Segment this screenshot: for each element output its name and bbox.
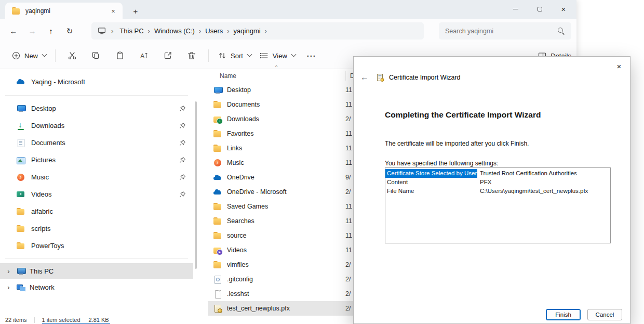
- chevron-right-icon[interactable]: ›: [263, 27, 269, 35]
- sidebar-item-aifabric[interactable]: aifabric: [2, 203, 191, 220]
- paste-icon: [115, 51, 125, 60]
- settings-row[interactable]: File Name C:\Users\yaqingmi\test_cert_ne…: [385, 187, 610, 196]
- plus-circle-icon: [11, 51, 21, 60]
- sidebar-item-documents[interactable]: Documents: [2, 134, 191, 151]
- settings-list[interactable]: Certificate Store Selected by User Trust…: [385, 167, 611, 243]
- cancel-button[interactable]: Cancel: [587, 309, 622, 320]
- pin-icon: [179, 139, 186, 146]
- breadcrumb-path: This PC›Windows (C:)›Users›yaqingmi›: [118, 25, 269, 36]
- delete-button[interactable]: [180, 46, 204, 65]
- refresh-button[interactable]: ↻: [60, 22, 79, 40]
- maximize-button[interactable]: [528, 0, 552, 18]
- breadcrumb-users[interactable]: Users: [204, 25, 224, 36]
- explorer-tab[interactable]: yaqingmi ×: [5, 3, 123, 19]
- selected-count: 1 item selected: [42, 317, 81, 323]
- back-button[interactable]: ←: [4, 22, 23, 40]
- sidebar-item-scripts[interactable]: scripts: [2, 220, 191, 237]
- breadcrumb-windows-c[interactable]: Windows (C:): [153, 25, 196, 36]
- chevron-right-icon[interactable]: ›: [146, 27, 152, 35]
- finish-button[interactable]: Finish: [546, 309, 581, 320]
- paste-button[interactable]: [108, 46, 132, 65]
- dialog-buttons: Finish Cancel: [546, 309, 622, 320]
- folder-icon: [16, 242, 25, 250]
- chevron-down-icon: [42, 52, 47, 57]
- view-label: View: [273, 52, 287, 60]
- folder-icon: [213, 100, 222, 109]
- dialog-back-button[interactable]: ←: [360, 73, 372, 82]
- pin-icon: [179, 157, 186, 163]
- sidebar-item-this-pc[interactable]: › This PC: [0, 263, 193, 279]
- scissors-icon: [68, 51, 77, 60]
- sidebar-scrollbar[interactable]: [195, 101, 197, 269]
- folder-icon: [213, 202, 222, 211]
- desktop-icon: [213, 86, 222, 94]
- cloud-icon: [213, 188, 222, 196]
- settings-row[interactable]: Certificate Store Selected by User Trust…: [385, 169, 610, 178]
- new-tab-button[interactable]: +: [129, 5, 142, 17]
- breadcrumb-yaqingmi[interactable]: yaqingmi: [232, 25, 262, 36]
- minimize-icon: [513, 9, 518, 9]
- pin-icon-glyph: [179, 105, 186, 112]
- minimize-button[interactable]: [504, 0, 528, 18]
- document-icon: [16, 139, 25, 147]
- sidebar-item-powertoys[interactable]: PowerToys: [2, 237, 191, 254]
- close-button[interactable]: ×: [552, 0, 575, 18]
- up-button[interactable]: ↑: [42, 22, 60, 40]
- tab-close-icon[interactable]: ×: [108, 6, 118, 16]
- sidebar-item-label: Network: [30, 283, 55, 291]
- sidebar-item-desktop[interactable]: Desktop: [2, 100, 191, 117]
- address-bar[interactable]: › This PC›Windows (C:)›Users›yaqingmi›: [91, 22, 424, 40]
- settings-row[interactable]: Content PFX: [385, 178, 610, 187]
- toolbar-divider: [55, 49, 56, 62]
- chevron-right-icon[interactable]: ›: [225, 27, 231, 35]
- sort-button[interactable]: Sort: [213, 46, 256, 65]
- sidebar-item-music[interactable]: Music: [2, 169, 191, 186]
- certificate-import-wizard-dialog: × ← Certificate Import Wizard Completing…: [353, 56, 630, 324]
- this-pc-icon: [16, 267, 25, 275]
- sidebar-item-downloads[interactable]: Downloads: [2, 117, 191, 134]
- selected-size: 2.81 KB: [89, 317, 109, 323]
- status-divider: [34, 317, 35, 323]
- expand-chevron-icon[interactable]: ›: [5, 283, 12, 291]
- tab-title: yaqingmi: [25, 7, 103, 15]
- column-header-name[interactable]: Name: [208, 72, 236, 80]
- pin-icon-glyph: [179, 174, 186, 180]
- music-icon: [213, 159, 222, 167]
- sort-ascending-icon: ˆ: [275, 64, 277, 72]
- more-options-button[interactable]: ···: [300, 46, 324, 65]
- folder-video-icon: [213, 246, 222, 254]
- dialog-close-button[interactable]: ×: [611, 59, 627, 73]
- dialog-header: ← Certificate Import Wizard: [360, 73, 461, 82]
- folder-icon: [213, 144, 222, 152]
- copy-icon: [91, 51, 101, 60]
- chevron-right-icon[interactable]: ›: [197, 27, 203, 35]
- folder-icon: [16, 208, 25, 216]
- sidebar-item-network[interactable]: › Network: [0, 279, 193, 295]
- share-icon: [163, 51, 172, 60]
- pin-icon: [179, 174, 186, 180]
- share-button[interactable]: [156, 46, 180, 65]
- certificate-wizard-icon: [376, 73, 385, 82]
- forward-button[interactable]: →: [23, 22, 42, 40]
- network-icon: [16, 283, 25, 291]
- sidebar-item-pictures[interactable]: Pictures: [2, 151, 191, 169]
- new-label: New: [24, 52, 38, 60]
- folder-icon: [16, 225, 25, 233]
- item-count: 22 items: [5, 317, 27, 323]
- pin-icon: [179, 122, 186, 129]
- rename-button[interactable]: A: [132, 46, 156, 65]
- sidebar-item-onedrive-yaqing[interactable]: Yaqing - Microsoft: [2, 72, 191, 91]
- view-button[interactable]: View: [256, 46, 300, 65]
- chevron-right-icon: ›: [110, 27, 115, 35]
- certificate-icon: [213, 304, 222, 313]
- sidebar-item-videos[interactable]: Videos: [2, 186, 191, 203]
- sidebar-divider: [5, 258, 188, 259]
- search-box[interactable]: Search yaqingmi: [439, 22, 571, 40]
- cut-button[interactable]: [60, 46, 84, 65]
- window-controls: ×: [504, 0, 575, 18]
- copy-button[interactable]: [84, 46, 108, 65]
- tab-strip: yaqingmi × + ×: [0, 0, 576, 19]
- new-button[interactable]: New: [7, 46, 50, 65]
- breadcrumb-this-pc[interactable]: This PC: [118, 25, 145, 36]
- expand-chevron-icon[interactable]: ›: [5, 267, 12, 275]
